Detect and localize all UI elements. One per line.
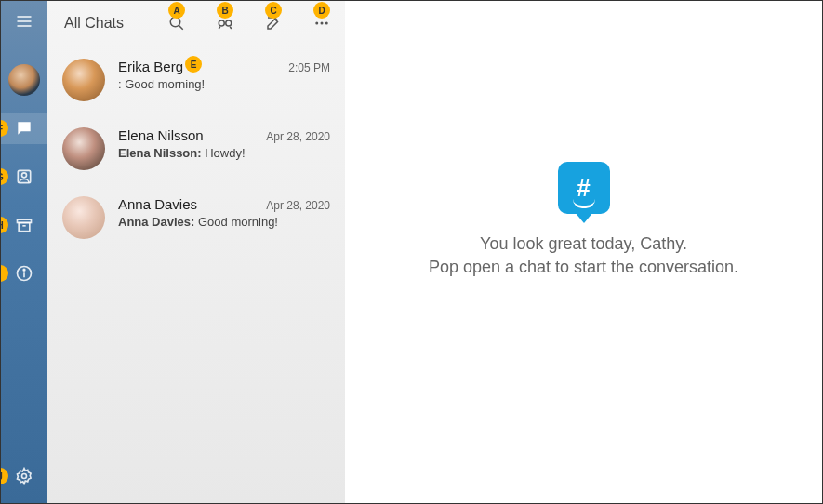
menu-icon[interactable] xyxy=(15,8,33,44)
chat-time: Apr 28, 2020 xyxy=(266,199,330,212)
more-icon[interactable]: D xyxy=(312,13,332,33)
avatar xyxy=(62,59,105,101)
filter-icon[interactable]: B xyxy=(215,13,235,33)
svg-line-15 xyxy=(179,25,183,30)
avatar xyxy=(62,127,105,170)
chat-list-panel: All Chats A B C D Erik xyxy=(47,1,345,503)
chat-list-title: All Chats xyxy=(64,15,166,32)
chat-name: Anna Davies xyxy=(118,196,197,212)
chat-list-header: All Chats A B C D xyxy=(47,1,345,46)
settings-icon[interactable]: J xyxy=(1,460,47,492)
svg-rect-8 xyxy=(19,223,30,232)
callout-a: A xyxy=(168,2,185,19)
svg-point-12 xyxy=(23,269,25,271)
callout-j: J xyxy=(0,468,8,484)
callout-b: B xyxy=(217,2,233,19)
chat-time: 2:05 PM xyxy=(288,61,330,74)
callout-h: H xyxy=(0,217,8,233)
svg-point-16 xyxy=(219,20,224,26)
chat-row[interactable]: Erika BergE 2:05 PM : Good morning! xyxy=(47,46,345,114)
chat-preview: Anna Davies: Good morning! xyxy=(118,215,330,229)
nav-info-icon[interactable]: I xyxy=(1,258,47,289)
svg-point-17 xyxy=(226,20,232,26)
callout-e: E xyxy=(185,56,202,73)
chat-row[interactable]: Anna Davies Apr 28, 2020 Anna Davies: Go… xyxy=(47,183,345,252)
main-empty-state: # You look great today, Cathy. Pop open … xyxy=(345,1,822,503)
callout-c: C xyxy=(265,2,282,19)
svg-rect-3 xyxy=(20,126,28,126)
chat-list: Erika BergE 2:05 PM : Good morning! Elen… xyxy=(47,46,345,503)
chat-preview: : Good morning! xyxy=(118,77,330,91)
chat-preview: Elena Nilsson: Howdy! xyxy=(118,146,330,160)
svg-rect-4 xyxy=(20,127,26,128)
nav-chats-icon[interactable]: F xyxy=(1,113,47,144)
app-logo: # xyxy=(558,162,610,214)
chat-name: Elena Nilsson xyxy=(118,127,204,143)
callout-g: G xyxy=(0,168,8,185)
chat-row[interactable]: Elena Nilsson Apr 28, 2020 Elena Nilsson… xyxy=(47,114,345,183)
welcome-line-2: Pop open a chat to start the conversatio… xyxy=(429,258,738,277)
nav-contacts-icon[interactable]: G xyxy=(1,161,47,192)
compose-icon[interactable]: C xyxy=(263,13,284,33)
svg-point-13 xyxy=(22,474,27,479)
callout-f: F xyxy=(0,120,8,137)
svg-point-19 xyxy=(321,22,324,25)
welcome-line-1: You look great today, Cathy. xyxy=(480,234,687,254)
svg-point-20 xyxy=(325,22,328,25)
callout-d: D xyxy=(313,2,330,19)
search-icon[interactable]: A xyxy=(166,13,187,33)
user-avatar[interactable] xyxy=(8,64,40,96)
avatar xyxy=(62,196,105,239)
chat-time: Apr 28, 2020 xyxy=(266,130,330,143)
svg-point-6 xyxy=(22,173,27,178)
svg-point-18 xyxy=(315,22,318,25)
chat-name: Erika BergE xyxy=(118,59,183,74)
nav-archive-icon[interactable]: H xyxy=(1,209,47,241)
callout-i: I xyxy=(0,265,8,282)
nav-rail: F G H I J xyxy=(1,1,47,503)
